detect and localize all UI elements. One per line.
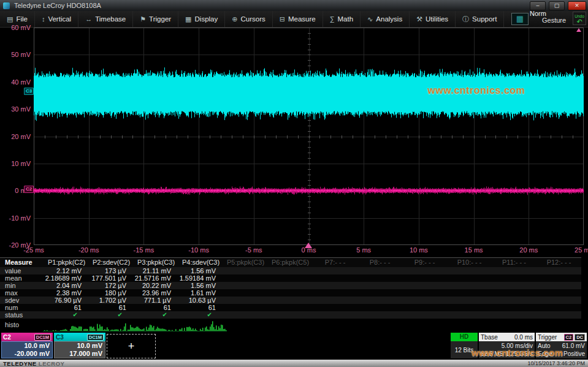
maximize-button[interactable]: ▢	[549, 1, 565, 10]
menu-item-math[interactable]: ∑Math	[323, 11, 361, 27]
channel-offset: 17.000 mV	[69, 350, 102, 358]
measure-cell: 771.1 µV	[134, 297, 178, 304]
undo-button[interactable]: Undo ↶	[573, 12, 586, 25]
x-axis-tick: 25 ms	[564, 246, 588, 254]
measure-column-header[interactable]: P11:- - -	[492, 258, 536, 267]
y-axis-tick: 50 mV	[0, 51, 31, 58]
menu-item-support[interactable]: ⓘSupport	[456, 11, 504, 27]
menu-bar: ▤File↕Vertical↔Timebase⚑Trigger▦Display⊕…	[0, 11, 588, 28]
measure-cell	[268, 289, 313, 297]
measure-cell: 173 µV	[89, 267, 134, 274]
measure-cell: 23.96 mV	[134, 289, 178, 297]
channel-box-c2[interactable]: C2DC1M10.0 mV-20.000 mV	[1, 333, 53, 358]
measure-cell	[268, 274, 313, 282]
measure-cell: 10.63 µV	[178, 297, 223, 304]
menu-item-cursors[interactable]: ⊕Cursors	[225, 11, 272, 27]
measure-header-row: MeasureP1:pkpk(C2)P2:sdev(C2)P3:pkpk(C3)…	[0, 258, 581, 267]
channel-offset: -20.000 mV	[15, 350, 50, 358]
menu-item-utilities[interactable]: ⚒Utilities	[410, 11, 456, 27]
measure-cell	[447, 274, 492, 282]
measure-cell: 177.501 µV	[89, 274, 134, 282]
minimize-button[interactable]: –	[530, 1, 546, 10]
measure-column-header[interactable]: P3:pkpk(C3)	[134, 258, 178, 267]
timebase-box[interactable]: Tbase 0.0 ms 5.00 ms/div 62.5 MS 1.25 GS…	[479, 333, 535, 358]
undo-arrow-icon: ↶	[573, 18, 586, 25]
measure-cell	[268, 282, 313, 289]
file-icon: ▤	[7, 15, 13, 23]
add-trace-button[interactable]: +	[107, 334, 156, 358]
menu-item-trigger[interactable]: ⚑Trigger	[133, 11, 178, 27]
measure-column-header[interactable]: P5:pkpk(C3)	[223, 258, 268, 267]
measure-cell: 76.90 µV	[44, 297, 89, 304]
measure-cell	[223, 311, 268, 319]
measure-column-header[interactable]: P10:- - -	[447, 258, 492, 267]
measure-cell	[223, 304, 268, 311]
menu-item-measure[interactable]: ⊟Measure	[273, 11, 323, 27]
menu-item-analysis[interactable]: ∿Analysis	[361, 11, 410, 27]
menu-item-display[interactable]: ▦Display	[178, 11, 225, 27]
measure-cell	[402, 311, 447, 319]
y-axis-tick: 40 mV	[0, 78, 31, 86]
measure-cell: 61	[44, 304, 89, 311]
measure-column-header[interactable]: P1:pkpk(C2)	[44, 258, 89, 267]
coupling-badge: DC1M	[34, 334, 51, 341]
hd-mode-box[interactable]: HD 12 Bits	[451, 333, 478, 358]
measure-column-header[interactable]: P2:sdev(C2)	[89, 258, 134, 267]
measure-cell	[536, 289, 581, 297]
measure-column-header[interactable]: P4:sdev(C3)	[178, 258, 223, 267]
timebase-samples: 62.5 MS	[481, 350, 503, 358]
measure-column-header[interactable]: P6:pkpk(C5)	[268, 258, 313, 267]
coupling-badge: DC1M	[87, 334, 104, 341]
c2-trace-tag[interactable]: C2	[24, 186, 34, 193]
trigger-coupling-badge: DC	[575, 334, 585, 341]
measure-row-mean: mean2.18689 mV177.501 µV21.5716 mV1.5918…	[0, 274, 581, 282]
channel-box-c3[interactable]: C3DC1M10.0 mV17.000 mV	[54, 333, 105, 358]
grid-display-button[interactable]: ▦	[511, 13, 529, 25]
timebase-rate: 1.25 GS/s	[506, 350, 533, 358]
menu-item-vertical[interactable]: ↕Vertical	[35, 11, 78, 27]
measure-cell	[492, 289, 536, 297]
waveform-grid[interactable]	[34, 28, 584, 245]
display-icon: ▦	[185, 15, 191, 23]
measure-cell: 21.11 mV	[134, 267, 178, 274]
measure-cell: 1.56 mV	[178, 282, 223, 289]
measure-column-header[interactable]: P8:- - -	[357, 258, 402, 267]
measure-row-label: max	[0, 289, 44, 297]
measure-cell: 20.22 mV	[134, 282, 178, 289]
trigger-box[interactable]: Trigger C2 DC Auto 61.0 mV Edge Positive	[536, 333, 587, 358]
measure-cell: 1.59184 mV	[178, 274, 223, 282]
measure-column-header[interactable]: P9:- - -	[402, 258, 447, 267]
close-button[interactable]: ✕	[568, 1, 586, 10]
x-axis-tick: -15 ms	[124, 246, 163, 254]
menu-item-timebase[interactable]: ↔Timebase	[78, 11, 133, 27]
measure-column-header[interactable]: P7:- - -	[313, 258, 357, 267]
measure-cell	[357, 289, 402, 297]
measure-row-label: status	[0, 311, 44, 319]
x-axis-tick: -25 ms	[14, 246, 53, 254]
channel-values: 10.0 mV17.000 mV	[54, 341, 105, 358]
brand-lecroy: LECROY	[39, 360, 65, 367]
measure-column-header[interactable]: P12:- - -	[536, 258, 581, 267]
measure-cell	[402, 304, 447, 311]
c3-trace-tag[interactable]: C3	[24, 88, 34, 95]
window-title: Teledyne LeCroy HDO8108A	[14, 2, 101, 9]
trigger-level: 61.0 mV	[562, 342, 585, 350]
menu-item-label: File	[16, 15, 28, 23]
measure-histogram	[43, 317, 227, 332]
measure-row-label: num	[0, 304, 44, 311]
measure-cell	[268, 311, 313, 319]
measure-cell	[536, 311, 581, 319]
channel-header: C3DC1M	[54, 333, 105, 341]
x-axis-tick: -10 ms	[179, 246, 218, 254]
measure-cell	[313, 297, 357, 304]
measure-cell	[357, 311, 402, 319]
trigger-time-marker[interactable]	[305, 243, 312, 248]
channel-vdiv: 10.0 mV	[77, 342, 102, 350]
gesture-label[interactable]: Gesture	[542, 17, 566, 24]
histo-row-label: histo	[5, 321, 19, 328]
timebase-icon: ↔	[85, 15, 92, 23]
cursors-icon: ⊕	[232, 15, 237, 23]
menu-item-label: Timebase	[95, 15, 126, 23]
brand-logo: TELEDYNE LECROY	[3, 360, 64, 367]
measure-cell	[313, 282, 357, 289]
